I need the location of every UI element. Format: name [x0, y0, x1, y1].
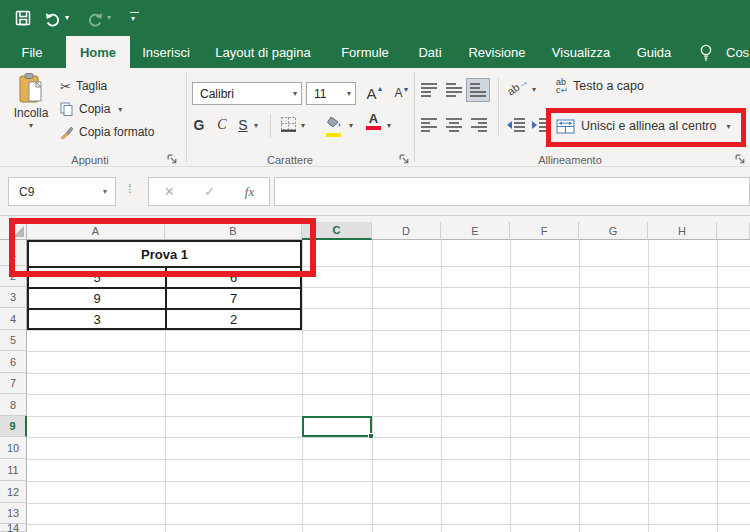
- tell-me-lightbulb-icon[interactable]: [698, 43, 714, 62]
- undo-dropdown-icon[interactable]: ▾: [65, 13, 69, 22]
- align-left-icon[interactable]: [420, 117, 438, 133]
- tab-file[interactable]: File: [10, 36, 54, 68]
- format-painter-button[interactable]: Copia formato: [60, 122, 154, 142]
- orientation-dropdown-icon[interactable]: ▾: [532, 85, 536, 94]
- borders-dropdown-icon[interactable]: ▾: [301, 121, 305, 130]
- row-header-7[interactable]: 7: [0, 373, 27, 394]
- bold-button[interactable]: G: [188, 112, 210, 138]
- name-box-dropdown-icon[interactable]: ▾: [103, 187, 107, 196]
- row-header-12[interactable]: 12: [0, 481, 27, 503]
- font-size-dropdown-icon[interactable]: ▾: [347, 89, 351, 98]
- font-size-combo[interactable]: 11 ▾: [306, 82, 356, 105]
- enter-icon[interactable]: ✓: [204, 184, 215, 199]
- font-color-button[interactable]: A: [366, 112, 381, 130]
- customize-qat-icon[interactable]: [130, 12, 139, 13]
- column-header-partial[interactable]: [717, 222, 750, 240]
- fill-color-dropdown-icon[interactable]: ▾: [349, 121, 353, 130]
- copy-button[interactable]: Copia ▾: [60, 99, 122, 119]
- decrease-indent-icon[interactable]: [506, 117, 526, 133]
- gridline-vertical: [441, 240, 442, 532]
- wrap-text-button[interactable]: abc↵ Testo a capo: [556, 78, 644, 94]
- align-center-icon[interactable]: [445, 117, 463, 133]
- cell-A4[interactable]: 3: [27, 308, 165, 330]
- row-header-3[interactable]: 3: [0, 287, 27, 308]
- align-top-icon[interactable]: [420, 82, 438, 98]
- tab-guida[interactable]: Guida: [632, 36, 676, 68]
- row-header-8[interactable]: 8: [0, 394, 27, 416]
- save-icon[interactable]: [14, 9, 32, 27]
- insert-function-icon[interactable]: fx: [245, 184, 254, 200]
- cell-A3[interactable]: 9: [27, 287, 165, 308]
- column-header-F[interactable]: F: [510, 222, 579, 240]
- gridline-vertical: [648, 240, 649, 532]
- font-name-combo[interactable]: Calibri ▾: [192, 82, 302, 105]
- row-header-10[interactable]: 10: [0, 437, 27, 459]
- cell-B4[interactable]: 2: [165, 308, 302, 330]
- clipboard-dialog-launcher-icon[interactable]: [166, 153, 179, 166]
- gridline-horizontal: [27, 481, 750, 482]
- formula-bar-buttons: ✕ ✓ fx: [148, 177, 270, 206]
- borders-icon[interactable]: [280, 116, 297, 133]
- row-header-5[interactable]: 5: [0, 330, 27, 351]
- row-header-14[interactable]: 14: [0, 524, 27, 532]
- underline-button[interactable]: S: [234, 112, 252, 138]
- tab-layout-di-pagina[interactable]: Layout di pagina: [212, 36, 314, 68]
- font-name-dropdown-icon[interactable]: ▾: [293, 89, 297, 98]
- font-color-bar: [366, 126, 381, 130]
- row-header-4[interactable]: 4: [0, 308, 27, 330]
- alignment-dialog-launcher-icon[interactable]: [734, 153, 747, 166]
- paste-button[interactable]: Incolla ▾: [8, 72, 54, 148]
- fill-color-button[interactable]: [326, 114, 344, 137]
- fill-color-bar: [326, 133, 341, 137]
- tab-dati[interactable]: Dati: [410, 36, 450, 68]
- cut-button[interactable]: ✂ Taglia: [60, 76, 107, 96]
- clipboard-group-label: Appunti: [20, 154, 160, 166]
- gridline-horizontal: [27, 459, 750, 460]
- align-middle-icon[interactable]: [445, 82, 463, 98]
- tab-inserisci[interactable]: Inserisci: [138, 36, 194, 68]
- paste-dropdown-icon[interactable]: ▾: [29, 121, 33, 130]
- small-separator: [270, 114, 271, 138]
- customize-qat-chevron-icon[interactable]: ▾: [131, 14, 135, 23]
- gridline-horizontal: [27, 416, 750, 417]
- name-box[interactable]: C9 ▾: [8, 177, 116, 206]
- undo-icon[interactable]: [44, 9, 62, 27]
- cell-B3[interactable]: 7: [165, 287, 302, 308]
- gridline-vertical: [372, 240, 373, 532]
- font-dialog-launcher-icon[interactable]: [398, 153, 411, 166]
- italic-button[interactable]: C: [212, 112, 232, 138]
- font-group-label: Carattere: [210, 154, 370, 166]
- gridline-horizontal: [27, 524, 750, 525]
- gridline-vertical: [579, 240, 580, 532]
- row-header-9[interactable]: 9: [0, 416, 27, 437]
- fill-color-bucket-icon: [326, 116, 344, 128]
- tab-visualizza[interactable]: Visualizza: [548, 36, 614, 68]
- font-color-dropdown-icon[interactable]: ▾: [387, 121, 391, 130]
- column-header-E[interactable]: E: [441, 222, 510, 240]
- column-header-G[interactable]: G: [579, 222, 648, 240]
- redo-dropdown-icon: ▾: [107, 13, 111, 22]
- fill-handle[interactable]: [368, 433, 374, 439]
- align-bottom-button-selected[interactable]: [466, 78, 490, 102]
- selected-cell-outline-C9[interactable]: [302, 416, 372, 437]
- column-header-D[interactable]: D: [372, 222, 441, 240]
- underline-dropdown-icon[interactable]: ▾: [254, 121, 258, 130]
- increase-font-size-button[interactable]: A▲: [362, 81, 388, 105]
- formula-bar-row: C9 ▾ ⁞ ✕ ✓ fx: [0, 167, 750, 216]
- column-header-H[interactable]: H: [648, 222, 717, 240]
- copy-dropdown-icon[interactable]: ▾: [118, 105, 122, 114]
- cancel-icon[interactable]: ✕: [164, 184, 175, 199]
- tab-formule[interactable]: Formule: [336, 36, 394, 68]
- formula-input[interactable]: [274, 177, 750, 206]
- tell-me-label[interactable]: Cos: [722, 36, 750, 68]
- row-header-11[interactable]: 11: [0, 459, 27, 481]
- gridline-vertical: [510, 240, 511, 532]
- tab-home[interactable]: Home: [66, 36, 130, 69]
- align-right-icon[interactable]: [470, 117, 488, 133]
- tab-revisione[interactable]: Revisione: [464, 36, 530, 68]
- annotation-rectangle-merge-button: [546, 108, 746, 147]
- decrease-font-size-button[interactable]: A▼: [390, 81, 414, 105]
- row-header-6[interactable]: 6: [0, 351, 27, 373]
- formula-bar-drag-dots-icon[interactable]: ⁞: [128, 181, 130, 196]
- orientation-icon[interactable]: ab→: [505, 74, 531, 97]
